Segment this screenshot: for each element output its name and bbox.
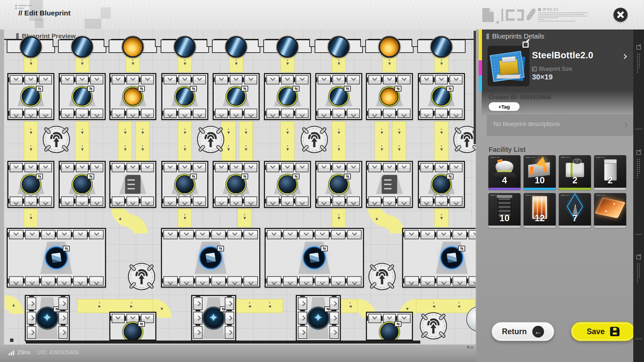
machine-block[interactable]: ⇆ [59, 73, 106, 120]
conveyor-belt[interactable]: ▼ [237, 208, 252, 227]
machine-block[interactable]: ⇆ [59, 161, 106, 208]
miner-node[interactable] [379, 36, 400, 58]
facility-item-stack-silo[interactable]: 10 [488, 193, 521, 228]
facility-item-storage-cabinet[interactable]: 2 [594, 155, 626, 190]
signal-tower[interactable] [366, 260, 398, 294]
canvas-scrollbar[interactable] [474, 31, 476, 144]
miner-node[interactable] [328, 36, 350, 58]
machine-block[interactable]: ⇆ [418, 73, 465, 120]
signal-tower[interactable] [125, 260, 158, 294]
facility-tiny-label [561, 195, 570, 196]
machine-block[interactable]: ✦⇆ [191, 295, 236, 341]
blueprint-size-value: 30×19 [532, 73, 553, 81]
port-row [110, 108, 155, 119]
machine-block[interactable] [366, 161, 413, 208]
blueprint-thumbnail[interactable] [487, 46, 530, 86]
return-button[interactable]: Return ← [491, 322, 554, 341]
conveyor-curve[interactable] [385, 215, 404, 233]
conveyor-belt[interactable]: ►► [77, 299, 153, 313]
panel-title: Blueprints Details [486, 33, 544, 40]
machine-center: ⇆ [316, 85, 361, 108]
add-tag-button[interactable]: +Tag [489, 102, 520, 111]
machine-block[interactable]: ⇆ [265, 228, 364, 288]
conveyor-curve[interactable] [129, 215, 148, 233]
machine-block[interactable]: ⇆ [213, 161, 260, 208]
conveyor-belt[interactable]: ▼ [178, 208, 192, 227]
machine-block[interactable]: ✦⇆ [25, 295, 70, 341]
signal-tower[interactable] [417, 310, 449, 343]
conveyor-belt[interactable]: ▼▼ [434, 121, 448, 161]
machine-block[interactable]: ⇆ [264, 161, 311, 208]
conveyor-belt[interactable]: ▼▼ [178, 121, 192, 161]
facility-item-smelting-unit[interactable]: 10 [524, 155, 556, 190]
miner-node[interactable] [20, 36, 42, 58]
conveyor-belt[interactable]: ▼▼ [24, 121, 38, 161]
machine-block[interactable]: ⇆ [315, 161, 362, 208]
miner-node[interactable] [174, 36, 196, 58]
conveyor-belt[interactable]: ▼▼ [75, 121, 89, 161]
conveyor-belt[interactable]: ▼▼ [375, 121, 389, 161]
miner-node[interactable] [431, 36, 452, 58]
machine-block[interactable]: ⇆ [7, 73, 54, 120]
machine-block[interactable]: ⇆ [7, 161, 54, 208]
machine-block[interactable]: ⇆ [418, 161, 465, 208]
machine-block[interactable]: ⇆ [161, 228, 260, 288]
conveyor-belt[interactable]: ▼▼ [280, 121, 294, 161]
conveyor-belt[interactable]: ▼▼ [136, 121, 150, 161]
conveyor-belt[interactable]: ▼ [24, 208, 38, 227]
machine-block[interactable]: ⇆ [161, 161, 208, 208]
blueprint-name[interactable]: SteelBottle2.0 [532, 50, 593, 61]
conveyor-curve[interactable]: ▲ [5, 295, 23, 314]
machine-center: ⇆ [265, 173, 310, 195]
facility-item-sorter-frame[interactable]: 7 [559, 193, 591, 228]
machine-block[interactable] [109, 161, 156, 208]
conveyor-belt[interactable]: ▼▼ [118, 121, 132, 161]
close-button[interactable] [613, 8, 628, 22]
facility-item-refining-furnace[interactable]: 4 [488, 155, 521, 190]
machine-block[interactable]: ⇆ [161, 73, 208, 120]
facility-item-heating-tower[interactable]: 12 [524, 193, 556, 228]
swap-badge-icon: ⇆ [241, 86, 248, 92]
io-port [281, 163, 294, 172]
blueprint-canvas[interactable]: Blueprint Preview ▼▼▼▼▼▼▼▼▼▼▼▼▼▼▼▼▼▼▼▼▼▼… [4, 29, 476, 345]
machine-block[interactable]: ⇆ [315, 73, 362, 120]
miner-node[interactable] [225, 36, 247, 58]
description-box[interactable]: No blueprint descriptions [487, 115, 633, 136]
conveyor-belt[interactable]: ▼ [332, 208, 346, 227]
machine-block[interactable]: ⇆ [109, 73, 156, 120]
machine-block[interactable]: ⇆ [213, 73, 260, 120]
io-port [112, 75, 125, 84]
conveyor-curve[interactable]: ▲ [368, 208, 387, 227]
machine-block[interactable]: ⇆ [109, 312, 156, 341]
save-button[interactable]: Save [571, 322, 635, 341]
machine-block[interactable]: ⇆ [264, 73, 311, 120]
miner-node[interactable] [71, 36, 93, 58]
signal-tower[interactable] [195, 123, 227, 157]
signal-tower[interactable] [298, 123, 330, 157]
miner-node[interactable] [277, 36, 298, 58]
machine-block[interactable]: ⇆ [366, 312, 413, 341]
facility-item-processing-unit[interactable]: 2 [559, 155, 591, 190]
io-port [347, 163, 360, 172]
miner-node[interactable] [122, 36, 144, 58]
port-row [367, 195, 412, 207]
port-row [8, 108, 53, 119]
machine-block[interactable]: ⇆ [402, 228, 476, 288]
signal-tower[interactable] [451, 123, 476, 157]
conveyor-belt[interactable]: ▼▼ [392, 121, 406, 161]
conveyor-belt[interactable]: ▼▼ [332, 121, 346, 161]
conveyor-belt[interactable]: ▼▼ [239, 121, 253, 161]
io-port [383, 163, 396, 172]
facility-item-conveyor-ramp[interactable] [594, 193, 626, 228]
machine-block[interactable]: ✦⇆ [296, 295, 341, 341]
conveyor-curve[interactable]: ▲ [111, 208, 130, 227]
io-port [347, 276, 362, 286]
edit-thumbnail-icon[interactable] [523, 42, 529, 48]
signal-tower[interactable] [40, 123, 72, 157]
conveyor-belt[interactable]: ▼ [434, 208, 448, 227]
io-port [405, 276, 419, 286]
machine-block[interactable]: ⇆ [7, 228, 106, 288]
machine-block[interactable]: ⇆ [366, 73, 413, 120]
port-row [265, 162, 310, 173]
conveyor-belt[interactable]: ◄◄ [235, 299, 283, 313]
